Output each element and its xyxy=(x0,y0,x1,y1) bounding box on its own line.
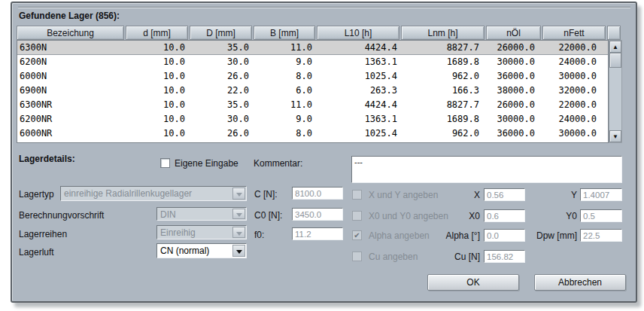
eigene-eingabe-label: Eigene Eingabe xyxy=(175,158,238,169)
cell-B: 9.0 xyxy=(254,55,317,69)
cell-lnm: 8827.7 xyxy=(402,41,487,54)
x0-label: X0 xyxy=(403,211,480,221)
cell-bezeichung: 6300NR xyxy=(17,98,126,112)
table-row[interactable]: 6000NR 10.0 26.0 8.0 1025.4 962.0 36000.… xyxy=(17,127,608,141)
f0-input xyxy=(292,227,343,240)
table-row[interactable]: 6200N 10.0 30.0 9.0 1363.1 1689.8 30000.… xyxy=(17,55,608,69)
cell-d: 10.0 xyxy=(126,55,190,69)
table-scrollbar[interactable]: ▲ ▼ xyxy=(609,40,622,143)
lagerluft-select[interactable]: CN (normal) xyxy=(156,243,247,258)
cancel-button[interactable]: Abbrechen xyxy=(534,274,626,291)
berechnungvorschrift-label: Berechnungvorschrift xyxy=(19,210,104,221)
cell-D: 22.0 xyxy=(190,84,254,98)
cell-lnm: 1689.8 xyxy=(402,55,487,69)
cell-bezeichung: 6200NR xyxy=(17,112,126,127)
cell-noel: 36000.0 xyxy=(487,69,543,84)
lagerdetails-title: Lagerdetails: xyxy=(19,154,75,164)
c-input xyxy=(292,187,343,200)
cell-B: 11.0 xyxy=(254,41,317,54)
column-header-D[interactable]: D [mm] xyxy=(190,26,252,40)
cell-nfett: 24000.0 xyxy=(543,112,608,127)
dpw-input xyxy=(580,229,622,242)
alpha-label: Alpha [°] xyxy=(403,230,480,241)
alpha-checkbox xyxy=(352,230,362,240)
berechnungvorschrift-value: DIN xyxy=(160,209,231,221)
top-separator xyxy=(18,7,630,8)
kommentar-textarea[interactable]: --- xyxy=(351,156,622,183)
berechnungvorschrift-dropdown-button xyxy=(232,209,245,219)
cell-noel: 26000.0 xyxy=(487,98,543,112)
cell-noel: 36000.0 xyxy=(487,127,543,141)
cell-lnm: 8827.7 xyxy=(402,98,487,112)
y0-label: Y0 xyxy=(501,211,577,221)
table-row[interactable]: 6300N 10.0 35.0 11.0 4424.4 8827.7 26000… xyxy=(17,41,608,55)
lagertyp-select: einreihige Radialrillenkugellager xyxy=(60,186,247,201)
column-header-l10[interactable]: L10 [h] xyxy=(317,26,399,40)
lagertyp-label: Lagertyp xyxy=(19,189,54,200)
c0-label: C0 [N]: xyxy=(254,210,282,221)
ok-button[interactable]: OK xyxy=(427,274,519,291)
cell-d: 10.0 xyxy=(126,41,190,54)
cell-l10: 1363.1 xyxy=(317,112,402,127)
cell-B: 9.0 xyxy=(254,112,317,127)
arrow-down-icon: ▼ xyxy=(610,131,621,142)
c0-input xyxy=(292,208,343,221)
table-row[interactable]: 6300NR 10.0 35.0 11.0 4424.4 8827.7 2600… xyxy=(17,98,608,112)
cell-B: 8.0 xyxy=(254,69,317,84)
cell-l10: 4424.4 xyxy=(317,98,402,112)
cell-D: 35.0 xyxy=(190,41,254,54)
cell-B: 6.0 xyxy=(254,84,317,98)
table-row[interactable]: 6000N 10.0 26.0 8.0 1025.4 962.0 36000.0… xyxy=(17,69,608,84)
column-header-B[interactable]: B [mm] xyxy=(254,26,315,40)
cell-d: 10.0 xyxy=(126,98,190,112)
cell-d: 10.0 xyxy=(126,84,190,98)
cell-l10: 1363.1 xyxy=(317,55,402,69)
kommentar-label: Kommentar: xyxy=(254,158,302,169)
cell-noel: 30000.0 xyxy=(487,112,543,127)
scroll-down-button[interactable]: ▼ xyxy=(609,130,621,142)
lagertyp-value: einreihige Radialrillenkugellager xyxy=(64,188,231,200)
cell-bezeichung: 6200N xyxy=(17,55,126,69)
table-row[interactable]: 6200NR 10.0 30.0 9.0 1363.1 1689.8 30000… xyxy=(17,112,608,127)
table-header-row: Bezeichung d [mm] D [mm] B [mm] L10 [h] … xyxy=(17,26,621,40)
column-header-d[interactable]: d [mm] xyxy=(126,26,188,40)
scroll-up-button[interactable]: ▲ xyxy=(609,41,621,53)
scrollbar-thumb[interactable] xyxy=(609,53,621,68)
x-label: X xyxy=(403,190,480,200)
cu-input xyxy=(484,250,525,263)
cell-l10: 1025.4 xyxy=(317,69,402,84)
cell-nfett: 22000.0 xyxy=(543,98,608,112)
column-header-nfett[interactable]: nFett xyxy=(542,26,606,40)
cell-bezeichung: 6900N xyxy=(17,84,126,98)
lagerluft-dropdown-button[interactable] xyxy=(232,245,245,257)
lagerluft-label: Lagerluft xyxy=(19,247,54,258)
cell-nfett: 24000.0 xyxy=(543,55,608,69)
cell-D: 30.0 xyxy=(190,55,254,69)
cell-l10: 4424.4 xyxy=(317,41,402,54)
chevron-down-icon xyxy=(236,232,242,236)
cell-d: 10.0 xyxy=(126,69,190,84)
cell-nfett: 30000.0 xyxy=(543,69,608,84)
cell-noel: 30000.0 xyxy=(487,55,543,69)
bearing-table: Bezeichung d [mm] D [mm] B [mm] L10 [h] … xyxy=(17,26,623,143)
column-header-noel[interactable]: nÖl xyxy=(486,26,541,40)
xy-checkbox xyxy=(352,190,362,200)
table-row[interactable]: 6900N 10.0 22.0 6.0 263.3 166.3 38000.0 … xyxy=(17,84,608,98)
arrow-up-icon: ▲ xyxy=(610,41,621,53)
cell-D: 26.0 xyxy=(190,69,254,84)
chevron-down-icon xyxy=(236,213,242,217)
eigene-eingabe-checkbox[interactable] xyxy=(160,158,170,168)
cell-d: 10.0 xyxy=(126,127,190,141)
table-body: 6300N 10.0 35.0 11.0 4424.4 8827.7 26000… xyxy=(17,40,609,143)
cell-lnm: 962.0 xyxy=(402,127,487,141)
cell-D: 35.0 xyxy=(190,98,254,112)
lagerreihen-dropdown-button xyxy=(232,227,245,238)
column-header-lnm[interactable]: Lnm [h] xyxy=(401,26,485,40)
dialog-window: Gefundene Lager (856): Bezeichung d [mm]… xyxy=(11,2,637,303)
y-label: Y xyxy=(501,190,577,200)
cell-B: 8.0 xyxy=(254,127,317,141)
c-label: C [N]: xyxy=(254,189,278,200)
column-header-bezeichung[interactable]: Bezeichung xyxy=(17,26,124,40)
y0-input xyxy=(580,209,622,222)
cell-nfett: 32000.0 xyxy=(543,84,608,98)
